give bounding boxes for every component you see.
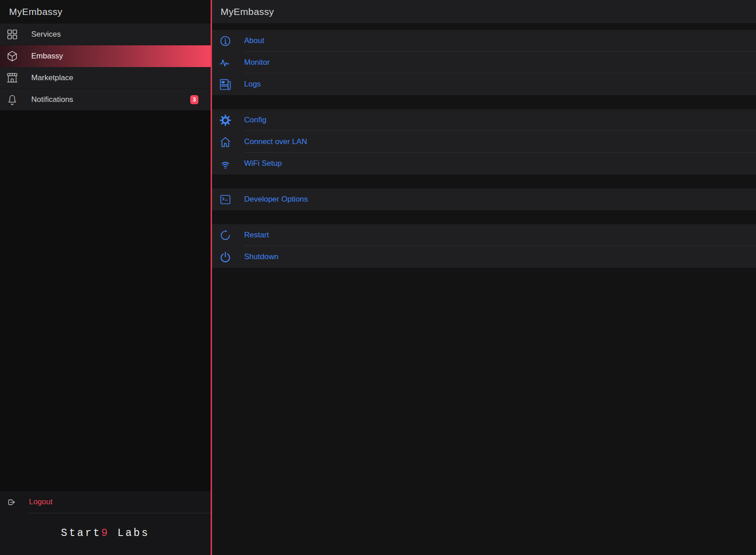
- menu-item-developer-options[interactable]: Developer Options: [212, 188, 756, 210]
- menu-item-wifi-setup[interactable]: WiFi Setup: [212, 153, 756, 174]
- menu-item-label: Connect over LAN: [244, 137, 307, 146]
- menu-item-about[interactable]: About: [212, 30, 756, 52]
- refresh-icon: [219, 229, 231, 241]
- menu-item-logs[interactable]: Logs: [212, 73, 756, 95]
- sidebar-item-label: Services: [31, 30, 61, 39]
- grid-icon: [6, 29, 18, 40]
- menu-item-label: Monitor: [244, 58, 270, 67]
- pulse-icon: [219, 57, 231, 69]
- footer-divider: [29, 513, 211, 513]
- notification-count-badge: 3: [190, 95, 198, 104]
- power-icon: [219, 251, 231, 263]
- menu-item-label: WiFi Setup: [244, 159, 282, 168]
- menu-item-config[interactable]: Config: [212, 109, 756, 131]
- brand-part1: Start: [61, 527, 101, 539]
- main-header: MyEmbassy: [212, 0, 756, 23]
- main-content: About Monitor: [212, 23, 756, 282]
- storefront-icon: [6, 72, 18, 84]
- home-icon: [219, 136, 231, 148]
- menu-item-connect-over-lan[interactable]: Connect over LAN: [212, 131, 756, 153]
- menu-item-shutdown[interactable]: Shutdown: [212, 246, 756, 268]
- logout-icon: [8, 498, 15, 506]
- menu-item-label: Restart: [244, 231, 269, 240]
- logout-button[interactable]: Logout: [0, 491, 211, 513]
- menu-group-developer: Developer Options: [212, 188, 756, 210]
- newspaper-icon: [219, 78, 231, 91]
- main-panel: MyEmbassy About: [212, 0, 756, 555]
- sidebar-item-embassy[interactable]: Embassy: [0, 45, 211, 67]
- start9-labs-logo: Start9 Labs: [0, 527, 211, 539]
- sidebar-footer: Logout Start9 Labs: [0, 491, 211, 555]
- menu-group-info: About Monitor: [212, 30, 756, 95]
- sidebar-header: MyEmbassy: [0, 0, 211, 24]
- wifi-icon: [219, 158, 231, 170]
- menu-item-label: Config: [244, 116, 266, 125]
- information-circle-icon: [219, 35, 231, 47]
- menu-item-label: Logs: [244, 80, 261, 89]
- sidebar-spacer: [0, 111, 211, 491]
- menu-item-label: About: [244, 36, 264, 45]
- cube-icon: [6, 50, 18, 62]
- sidebar-item-services[interactable]: Services: [0, 24, 211, 45]
- sidebar-item-notifications[interactable]: Notifications 3: [0, 89, 211, 111]
- menu-item-label: Developer Options: [244, 195, 308, 204]
- brand-part2: Labs: [109, 527, 149, 539]
- sidebar-item-label: Embassy: [31, 52, 63, 61]
- menu-item-monitor[interactable]: Monitor: [212, 52, 756, 73]
- bell-icon: [6, 94, 18, 106]
- logout-label: Logout: [29, 497, 53, 507]
- brand-accent-9: 9: [101, 527, 110, 539]
- terminal-icon: [219, 193, 231, 206]
- sidebar-item-marketplace[interactable]: Marketplace: [0, 67, 211, 89]
- menu-group-power: Restart Shutdown: [212, 224, 756, 268]
- menu-item-label: Shutdown: [244, 252, 279, 261]
- menu-item-restart[interactable]: Restart: [212, 224, 756, 246]
- sidebar-item-label: Notifications: [31, 95, 73, 104]
- sidebar-title: MyEmbassy: [9, 6, 63, 17]
- sidebar-item-label: Marketplace: [31, 73, 73, 82]
- sidebar: MyEmbassy Services Embassy: [0, 0, 211, 555]
- gear-icon: [219, 114, 231, 126]
- page-title: MyEmbassy: [221, 6, 274, 17]
- menu-group-network: Config Connect over LAN: [212, 109, 756, 174]
